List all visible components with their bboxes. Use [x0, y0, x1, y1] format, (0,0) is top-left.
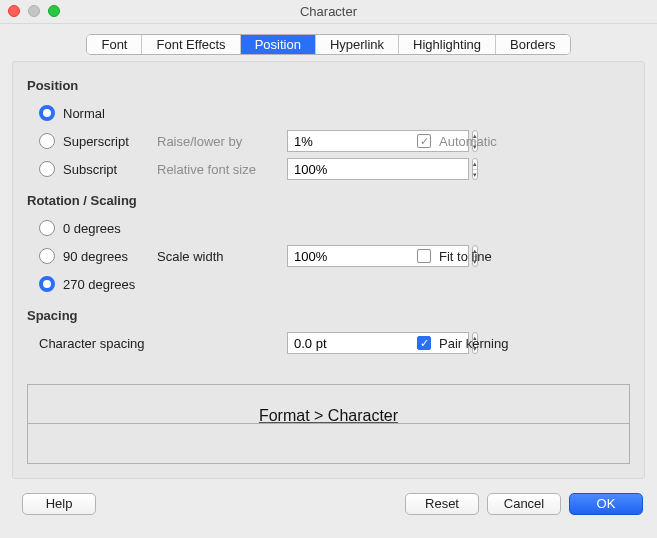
- radio-subscript-label: Subscript: [63, 162, 117, 177]
- group-rotation-title: Rotation / Scaling: [27, 193, 630, 208]
- radio-270-degrees[interactable]: [39, 276, 55, 292]
- relative-size-input[interactable]: [287, 158, 469, 180]
- radio-0-degrees-label: 0 degrees: [63, 221, 121, 236]
- radio-270-degrees-label: 270 degrees: [63, 277, 135, 292]
- tab-hyperlink[interactable]: Hyperlink: [316, 35, 399, 54]
- automatic-checkbox[interactable]: [417, 134, 431, 148]
- radio-superscript[interactable]: [39, 133, 55, 149]
- radio-normal-label: Normal: [63, 106, 105, 121]
- tab-position[interactable]: Position: [241, 35, 316, 54]
- tab-highlighting[interactable]: Highlighting: [399, 35, 496, 54]
- zoom-icon[interactable]: [48, 5, 60, 17]
- relative-size-stepper[interactable]: ▴▾: [472, 158, 478, 180]
- radio-normal[interactable]: [39, 105, 55, 121]
- pair-kerning-label: Pair kerning: [439, 336, 508, 351]
- reset-button[interactable]: Reset: [405, 493, 479, 515]
- radio-subscript[interactable]: [39, 161, 55, 177]
- fit-to-line-checkbox[interactable]: [417, 249, 431, 263]
- pair-kerning-checkbox[interactable]: [417, 336, 431, 350]
- content-panel: Position Normal Superscript Raise/lower …: [12, 61, 645, 479]
- button-bar: Help Reset Cancel OK: [0, 485, 657, 523]
- tab-segmented-control: Font Font Effects Position Hyperlink Hig…: [86, 34, 570, 55]
- tab-borders[interactable]: Borders: [496, 35, 570, 54]
- tab-font-effects[interactable]: Font Effects: [142, 35, 240, 54]
- window-title: Character: [0, 0, 657, 24]
- scale-width-label: Scale width: [157, 249, 287, 264]
- ok-button[interactable]: OK: [569, 493, 643, 515]
- automatic-label: Automatic: [439, 134, 497, 149]
- char-spacing-label: Character spacing: [27, 336, 287, 351]
- radio-0-degrees[interactable]: [39, 220, 55, 236]
- group-position-title: Position: [27, 78, 630, 93]
- tab-bar: Font Font Effects Position Hyperlink Hig…: [0, 24, 657, 61]
- radio-superscript-label: Superscript: [63, 134, 129, 149]
- radio-90-degrees-label: 90 degrees: [63, 249, 128, 264]
- titlebar: Character: [0, 0, 657, 24]
- radio-90-degrees[interactable]: [39, 248, 55, 264]
- cancel-button[interactable]: Cancel: [487, 493, 561, 515]
- relative-size-label: Relative font size: [157, 162, 287, 177]
- minimize-icon[interactable]: [28, 5, 40, 17]
- raise-lower-label: Raise/lower by: [157, 134, 287, 149]
- fit-to-line-label: Fit to line: [439, 249, 492, 264]
- preview-area: Format > Character: [27, 384, 630, 464]
- group-spacing-title: Spacing: [27, 308, 630, 323]
- close-icon[interactable]: [8, 5, 20, 17]
- help-button[interactable]: Help: [22, 493, 96, 515]
- window-controls: [8, 5, 60, 17]
- tab-font[interactable]: Font: [87, 35, 142, 54]
